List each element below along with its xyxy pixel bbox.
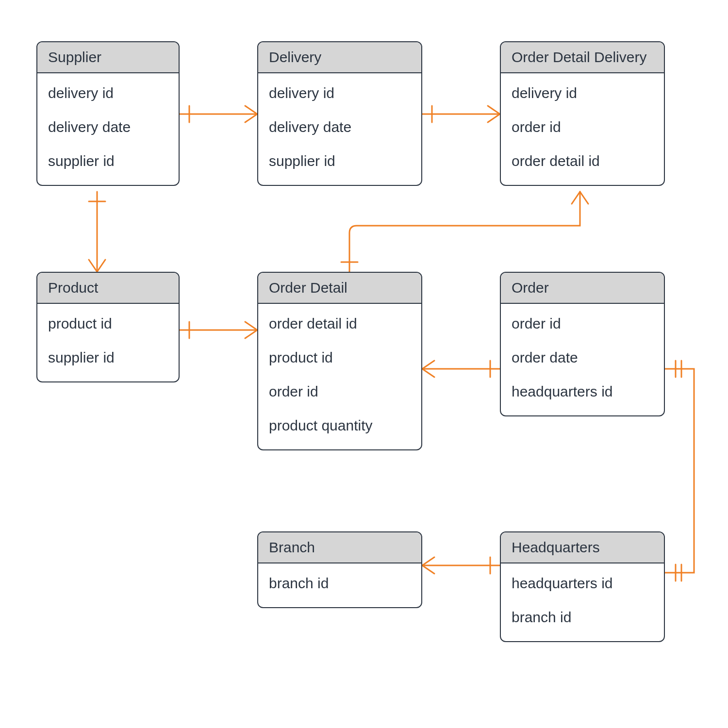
entity-attr: supplier id xyxy=(37,341,179,375)
entity-order-detail[interactable]: Order Detail order detail id product id … xyxy=(257,272,422,450)
entity-delivery[interactable]: Delivery delivery id delivery date suppl… xyxy=(257,41,422,186)
entity-attrs: delivery id order id order detail id xyxy=(501,73,664,185)
svg-line-17 xyxy=(422,361,434,369)
svg-line-2 xyxy=(245,106,257,114)
entity-title: Product xyxy=(37,273,179,304)
entity-attrs: delivery id delivery date supplier id xyxy=(37,73,179,185)
entity-attr: headquarters id xyxy=(501,375,664,409)
svg-line-7 xyxy=(488,114,500,122)
svg-line-10 xyxy=(89,260,97,272)
entity-attr: delivery date xyxy=(258,110,421,144)
entity-product[interactable]: Product product id supplier id xyxy=(36,272,180,382)
entity-attr: supplier id xyxy=(258,144,421,178)
entity-order-detail-delivery[interactable]: Order Detail Delivery delivery id order … xyxy=(500,41,665,186)
svg-line-28 xyxy=(422,557,434,565)
entity-title: Order Detail Delivery xyxy=(501,42,664,73)
entity-title: Branch xyxy=(258,532,421,563)
entity-attr: delivery date xyxy=(37,110,179,144)
entity-attr: order id xyxy=(501,307,664,341)
svg-line-15 xyxy=(245,330,257,338)
entity-attr: order detail id xyxy=(258,307,421,341)
entity-supplier[interactable]: Supplier delivery id delivery date suppl… xyxy=(36,41,180,186)
entity-title: Delivery xyxy=(258,42,421,73)
svg-line-3 xyxy=(245,114,257,122)
entity-attr: branch id xyxy=(501,600,664,634)
entity-attr: delivery id xyxy=(37,76,179,110)
entity-headquarters[interactable]: Headquarters headquarters id branch id xyxy=(500,531,665,642)
entity-attr: headquarters id xyxy=(501,566,664,600)
entity-branch[interactable]: Branch branch id xyxy=(257,531,422,608)
entity-title: Order xyxy=(501,273,664,304)
entity-attrs: headquarters id branch id xyxy=(501,563,664,641)
entity-attr: order id xyxy=(258,375,421,409)
entity-attr: order date xyxy=(501,341,664,375)
entity-attr: order id xyxy=(501,110,664,144)
svg-line-22 xyxy=(580,192,588,204)
entity-attr: supplier id xyxy=(37,144,179,178)
svg-line-14 xyxy=(245,322,257,330)
svg-line-11 xyxy=(97,260,105,272)
entity-title: Supplier xyxy=(37,42,179,73)
entity-title: Headquarters xyxy=(501,532,664,563)
entity-attrs: delivery id delivery date supplier id xyxy=(258,73,421,185)
entity-attr: delivery id xyxy=(258,76,421,110)
er-diagram-canvas: Supplier delivery id delivery date suppl… xyxy=(0,0,728,728)
entity-attrs: product id supplier id xyxy=(37,304,179,381)
entity-attr: product quantity xyxy=(258,409,421,443)
svg-line-18 xyxy=(422,369,434,377)
entity-attr: product id xyxy=(37,307,179,341)
entity-attrs: branch id xyxy=(258,563,421,607)
entity-attr: product id xyxy=(258,341,421,375)
entity-attr: delivery id xyxy=(501,76,664,110)
entity-attr: order detail id xyxy=(501,144,664,178)
entity-title: Order Detail xyxy=(258,273,421,304)
entity-attrs: order id order date headquarters id xyxy=(501,304,664,415)
svg-line-21 xyxy=(572,192,580,204)
entity-order[interactable]: Order order id order date headquarters i… xyxy=(500,272,665,416)
svg-line-29 xyxy=(422,565,434,574)
svg-line-6 xyxy=(488,106,500,114)
entity-attrs: order detail id product id order id prod… xyxy=(258,304,421,449)
entity-attr: branch id xyxy=(258,566,421,600)
